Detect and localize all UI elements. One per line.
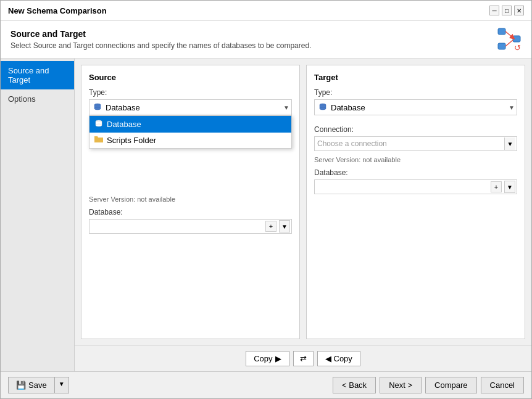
swap-button[interactable]: ⇄ xyxy=(293,351,314,366)
dropdown-folder-icon xyxy=(94,136,103,145)
target-connection-dropdown-button[interactable]: ▼ xyxy=(504,138,515,150)
sidebar-item-options[interactable]: Options xyxy=(1,89,74,109)
save-button-group: 💾 Save ▼ xyxy=(8,377,69,393)
source-type-select-wrapper: Database ▼ xyxy=(89,99,292,115)
compare-button[interactable]: Compare xyxy=(425,377,476,393)
target-type-select-wrapper: Database ▼ xyxy=(314,99,517,115)
save-disk-icon: 💾 xyxy=(16,380,26,390)
header-section: Source and Target Select Source and Targ… xyxy=(1,21,531,59)
svg-rect-2 xyxy=(513,36,520,42)
target-database-plus-button[interactable]: + xyxy=(491,181,502,192)
save-dropdown-button[interactable]: ▼ xyxy=(54,377,69,393)
svg-line-3 xyxy=(505,31,513,38)
back-label: < Back xyxy=(342,380,367,390)
minimize-button[interactable]: ─ xyxy=(489,6,499,15)
next-button[interactable]: Next > xyxy=(380,377,422,393)
header-title: Source and Target xyxy=(10,29,311,39)
source-panel: Source Type: Database xyxy=(81,65,300,339)
target-type-value: Database xyxy=(331,103,365,112)
header-description: Select Source and Target connections and… xyxy=(10,41,311,50)
title-bar: New Schema Comparison ─ □ ✕ xyxy=(1,1,531,21)
cancel-label: Cancel xyxy=(490,380,515,390)
cancel-button[interactable]: Cancel xyxy=(481,377,524,393)
schema-comparison-icon: ↺ xyxy=(497,27,522,52)
dropdown-database-label: Database xyxy=(107,120,141,129)
dropdown-scripts-folder-label: Scripts Folder xyxy=(107,136,156,145)
copy-right-label: Copy xyxy=(254,354,272,363)
copy-right-arrow-icon: ▶ xyxy=(275,354,281,363)
source-database-label: Database: xyxy=(89,208,292,216)
target-server-version: Server Version: not available xyxy=(314,156,517,163)
dropdown-db-icon xyxy=(94,119,103,130)
target-connection-label: Connection: xyxy=(314,125,517,134)
source-type-label: Type: xyxy=(89,88,292,97)
target-connection-field[interactable]: Choose a connection ▼ xyxy=(314,136,517,151)
copy-swap-bar: Copy ▶ ⇄ ◀ Copy xyxy=(75,345,531,371)
back-button[interactable]: < Back xyxy=(333,377,376,393)
target-database-input[interactable] xyxy=(315,181,489,192)
copy-left-label: Copy xyxy=(334,354,352,363)
copy-right-button[interactable]: Copy ▶ xyxy=(246,351,289,366)
dropdown-item-scripts-folder[interactable]: Scripts Folder xyxy=(89,133,291,148)
source-panel-title: Source xyxy=(89,73,292,82)
target-db-icon xyxy=(318,102,327,113)
copy-left-arrow-icon: ◀ xyxy=(325,354,331,363)
svg-rect-0 xyxy=(498,28,505,35)
compare-label: Compare xyxy=(434,380,467,390)
sidebar: Source and Target Options xyxy=(1,59,75,371)
source-database-input[interactable] xyxy=(89,221,264,232)
target-panel-title: Target xyxy=(314,73,517,82)
dropdown-item-database[interactable]: Database xyxy=(89,116,291,133)
dialog-title: New Schema Comparison xyxy=(8,6,107,15)
source-database-dropdown-button[interactable]: ▼ xyxy=(279,220,290,232)
target-type-select[interactable]: Database xyxy=(314,99,517,115)
footer: 💾 Save ▼ < Back Next > Compare Cancel xyxy=(1,371,531,398)
save-button[interactable]: 💾 Save xyxy=(8,377,54,393)
svg-point-11 xyxy=(96,124,102,126)
svg-text:↺: ↺ xyxy=(514,43,521,52)
target-type-label: Type: xyxy=(314,88,517,97)
sidebar-item-source-target[interactable]: Source and Target xyxy=(1,61,74,89)
source-database-field: + ▼ xyxy=(89,219,292,234)
source-type-select[interactable]: Database xyxy=(89,99,292,115)
save-label: Save xyxy=(28,380,47,390)
close-button[interactable]: ✕ xyxy=(514,6,524,15)
next-label: Next > xyxy=(389,380,412,390)
target-database-label: Database: xyxy=(314,168,517,177)
svg-point-14 xyxy=(320,107,326,110)
source-database-plus-button[interactable]: + xyxy=(265,221,276,232)
target-database-field: + ▼ xyxy=(314,179,517,194)
source-db-icon xyxy=(93,102,102,113)
svg-line-4 xyxy=(505,40,513,46)
target-panel: Target Type: Database xyxy=(306,65,525,339)
source-server-version: Server Version: not available xyxy=(89,195,292,203)
svg-rect-1 xyxy=(498,43,505,49)
target-connection-placeholder: Choose a connection xyxy=(315,138,503,149)
source-type-dropdown[interactable]: Database Scripts Folder xyxy=(89,115,292,149)
copy-left-button[interactable]: ◀ Copy xyxy=(317,351,360,366)
target-database-dropdown-button[interactable]: ▼ xyxy=(504,181,515,193)
maximize-button[interactable]: □ xyxy=(502,6,512,15)
source-type-value: Database xyxy=(106,103,140,112)
swap-icon: ⇄ xyxy=(300,354,307,363)
svg-point-8 xyxy=(94,107,101,110)
